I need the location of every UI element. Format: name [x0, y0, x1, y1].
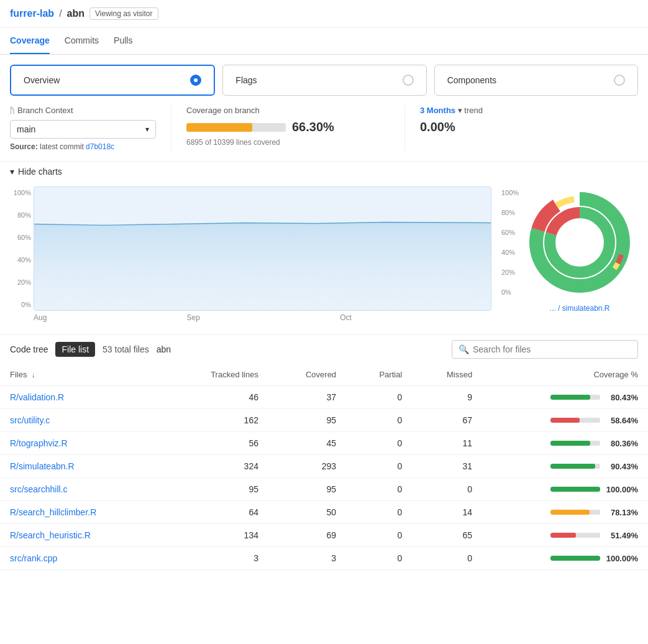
branch-context: ᚢ Branch Context main ▾ Source: latest c…	[10, 106, 171, 151]
radio-components[interactable]: Components	[434, 65, 638, 96]
tracked-cell: 162	[164, 409, 268, 432]
donut-path-label: ... / simulateabn.R	[524, 304, 636, 313]
coverage-bar-wrap: 90.43%	[492, 462, 638, 471]
file-name-cell: R/search_heuristic.R	[0, 524, 164, 547]
missed-cell: 0	[412, 478, 482, 501]
coverage-cell: 80.43%	[482, 386, 648, 409]
coverage-bar-fill	[550, 556, 600, 561]
partial-cell: 0	[346, 501, 412, 524]
branch-selector[interactable]: main ▾	[10, 120, 156, 139]
chart-label-aug: Aug	[34, 313, 47, 322]
coverage-pct: 100.00%	[604, 554, 638, 563]
radio-overview[interactable]: Overview	[10, 65, 215, 96]
file-name-cell: R/validation.R	[0, 386, 164, 409]
chevron-down-icon: ▾	[458, 106, 465, 115]
table-row: R/search_heuristic.R 134 69 0 65 51.49%	[0, 524, 648, 547]
coverage-pct: 78.13%	[604, 508, 638, 517]
coverage-bar-bg	[550, 395, 600, 400]
files-table: Files ↓ Tracked lines Covered Partial Mi…	[0, 364, 648, 570]
tracked-cell: 324	[164, 455, 268, 478]
table-header: Files ↓ Tracked lines Covered Partial Mi…	[0, 364, 648, 386]
org-link[interactable]: furrer-lab	[10, 8, 54, 19]
donut-chart-area: 100% 80% 60% 40% 20% 0%	[501, 186, 638, 324]
trend-title: 3 Months ▾ trend	[420, 106, 623, 115]
tracked-cell: 3	[164, 547, 268, 570]
table-body: R/validation.R 46 37 0 9 80.43% src/util…	[0, 386, 648, 570]
file-link[interactable]: src/searchhill.c	[10, 484, 68, 494]
commit-link[interactable]: d7b018c	[86, 142, 114, 151]
col-coverage: Coverage %	[482, 364, 648, 386]
trend-label: trend	[464, 106, 483, 115]
covered-cell: 50	[268, 501, 346, 524]
donut-y-axis: 100% 80% 60% 40% 20% 0%	[501, 186, 519, 298]
trend-percentage: 0.00%	[420, 120, 623, 134]
file-link[interactable]: R/search_heuristic.R	[10, 530, 91, 540]
donut-file-link[interactable]: simulateabn.R	[562, 304, 610, 313]
code-tree-button[interactable]: Code tree	[10, 344, 48, 354]
col-partial: Partial	[346, 364, 412, 386]
coverage-bar-bg	[550, 464, 600, 469]
coverage-pct: 100.00%	[604, 485, 638, 494]
coverage-cell: 78.13%	[482, 501, 648, 524]
radio-components-label: Components	[447, 75, 496, 85]
svg-point-5	[561, 224, 598, 261]
covered-cell: 45	[268, 432, 346, 455]
file-link[interactable]: R/search_hillclimber.R	[10, 507, 96, 517]
tab-coverage[interactable]: Coverage	[10, 28, 50, 54]
file-link[interactable]: src/utility.c	[10, 415, 50, 425]
tab-commits[interactable]: Commits	[65, 28, 99, 54]
file-name-cell: R/search_hillclimber.R	[0, 501, 164, 524]
coverage-lines: 6895 of 10399 lines covered	[186, 138, 390, 147]
radio-overview-circle	[190, 75, 201, 86]
file-link[interactable]: R/simulateabn.R	[10, 461, 75, 471]
coverage-bar-bg	[550, 556, 600, 561]
coverage-bar-fill	[550, 487, 600, 492]
repo-link[interactable]: abn	[67, 8, 84, 19]
coverage-cell: 100.00%	[482, 547, 648, 570]
months-link[interactable]: 3 Months	[420, 106, 455, 115]
covered-cell: 69	[268, 524, 346, 547]
partial-cell: 0	[346, 524, 412, 547]
file-link[interactable]: R/validation.R	[10, 392, 64, 402]
col-tracked: Tracked lines	[164, 364, 268, 386]
file-name-cell: R/simulateabn.R	[0, 455, 164, 478]
coverage-bar-wrap: 100.00%	[492, 485, 638, 494]
coverage-bar-fill	[550, 533, 576, 538]
search-icon: 🔍	[459, 344, 469, 354]
radio-flags[interactable]: Flags	[222, 65, 426, 96]
coverage-cell: 58.64%	[482, 409, 648, 432]
table-row: R/search_hillclimber.R 64 50 0 14 78.13%	[0, 501, 648, 524]
covered-cell: 293	[268, 455, 346, 478]
missed-cell: 0	[412, 547, 482, 570]
coverage-bar-bg	[550, 441, 600, 446]
coverage-pct: 51.49%	[604, 531, 638, 540]
table-row: R/validation.R 46 37 0 9 80.43%	[0, 386, 648, 409]
search-box[interactable]: 🔍	[452, 340, 638, 359]
file-list-button[interactable]: File list	[55, 342, 95, 357]
hide-charts-toggle[interactable]: ▾ Hide charts	[0, 161, 648, 182]
col-covered: Covered	[268, 364, 346, 386]
missed-cell: 9	[412, 386, 482, 409]
sort-icon: ↓	[32, 371, 35, 379]
missed-cell: 14	[412, 501, 482, 524]
table-row: R/tographviz.R 56 45 0 11 80.36%	[0, 432, 648, 455]
coverage-bar-wrap: 80.36%	[492, 439, 638, 448]
chart-y-axis: 100% 80% 60% 40% 20% 0%	[10, 186, 34, 311]
main-tabs: Coverage Commits Pulls	[0, 28, 648, 55]
coverage-bar-fill	[550, 418, 580, 423]
file-link[interactable]: src/rank.cpp	[10, 553, 57, 563]
coverage-bar-bg	[550, 510, 600, 515]
coverage-bar-wrap: 66.30%	[186, 120, 390, 134]
coverage-pct: 58.64%	[604, 416, 638, 425]
missed-cell: 65	[412, 524, 482, 547]
file-link[interactable]: R/tographviz.R	[10, 438, 68, 448]
coverage-bar-wrap: 51.49%	[492, 531, 638, 540]
coverage-bar-wrap: 80.43%	[492, 393, 638, 402]
col-files: Files ↓	[0, 364, 164, 386]
coverage-bar-fill	[550, 395, 590, 400]
file-name-cell: src/searchhill.c	[0, 478, 164, 501]
search-input[interactable]	[473, 344, 631, 354]
tab-pulls[interactable]: Pulls	[114, 28, 132, 54]
coverage-pct: 80.36%	[604, 439, 638, 448]
coverage-bar-fill	[550, 510, 590, 515]
